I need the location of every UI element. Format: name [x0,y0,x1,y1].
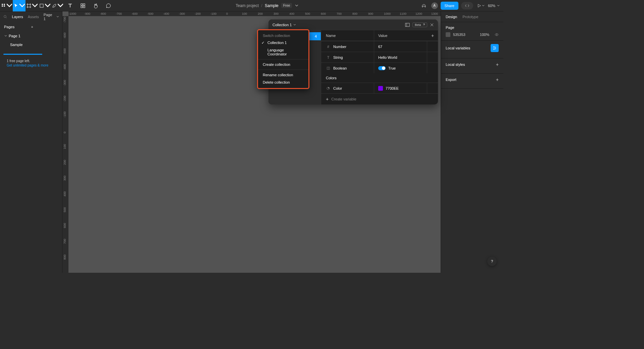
variable-row-number[interactable]: # Number 67 [321,41,438,52]
tab-layers[interactable]: Layers [12,15,23,19]
svg-rect-8 [83,6,85,8]
comment-tool-button[interactable] [102,0,115,11]
svg-rect-4 [40,4,43,7]
local-variables-section: Local variables [441,41,503,58]
hand-icon [93,3,98,8]
text-icon [67,3,73,8]
main-menu-button[interactable] [0,0,13,11]
frame-tool-button[interactable] [26,0,38,11]
dev-mode-toggle[interactable] [461,2,473,9]
top-toolbar: Team project / Sample Free A Share 60% [0,0,503,11]
present-button[interactable] [476,1,485,10]
play-icon [477,3,482,8]
dropdown-item-create[interactable]: Create collection [258,61,308,68]
pages-header: Pages + [0,22,62,32]
help-button[interactable]: ? [487,257,497,266]
bg-color-value[interactable]: 535353 [453,33,465,37]
sidebar-toggle-icon[interactable] [405,23,410,27]
promo-link[interactable]: Get unlimited pages & more [7,63,55,67]
layer-row-page1[interactable]: Page 1 [0,32,62,40]
variable-value[interactable]: Hello World [378,55,397,59]
color-icon: ◔ [326,86,331,91]
shape-tool-button[interactable] [38,0,51,11]
page-section: Page 535353 100% [441,22,503,41]
zoom-value: 60% [488,4,495,8]
chevron-down-icon [58,3,63,8]
dropdown-section-label: Switch collection [258,32,308,39]
color-swatch[interactable] [378,86,383,91]
create-variable-button[interactable]: + Create variable [321,93,438,104]
eye-icon[interactable] [495,33,499,37]
tab-assets[interactable]: Assets [28,15,39,19]
search-icon[interactable] [3,15,7,19]
variable-row-boolean[interactable]: ◫ Boolean True [321,62,438,73]
horizontal-ruler: -1000-900-800-700-600-500-400-300-200-10… [68,11,441,16]
zoom-control[interactable]: 60% [488,4,499,8]
boolean-toggle[interactable] [378,66,386,70]
plus-icon: + [326,96,329,102]
dropdown-item-delete[interactable]: Delete collection [258,79,308,86]
local-variables-title: Local variables [446,46,470,50]
help-icon: ? [491,259,493,263]
tab-prototype[interactable]: Prototype [462,15,478,19]
variable-name: String [333,55,343,59]
page-dropdown[interactable]: Page 1 [44,13,59,21]
cursor-icon [13,3,19,8]
variable-value: True [388,66,396,70]
variable-value[interactable]: 67 [378,45,382,49]
bg-opacity-value[interactable]: 100% [480,33,489,37]
variable-name: Boolean [333,66,347,70]
right-panel-tabs: Design Prototype [441,11,503,22]
pages-title: Pages [4,25,31,29]
chevron-down-icon [4,35,7,37]
boolean-icon: ◫ [326,66,331,71]
svg-point-13 [493,49,494,50]
table-header: Name Value + [321,30,438,41]
tab-design[interactable]: Design [446,15,457,19]
close-icon[interactable] [430,23,434,27]
open-variables-button[interactable] [491,44,499,52]
svg-rect-0 [2,4,3,5]
chevron-down-icon [497,5,499,7]
upgrade-promo: 1 free page left. Get unlimited pages & … [3,54,59,71]
layer-row-sample[interactable]: Sample [0,40,62,49]
bg-color-swatch[interactable] [446,32,450,37]
figma-logo-icon [1,3,6,8]
settings-icon [493,46,497,50]
svg-point-9 [4,15,6,18]
page-dropdown-label: Page 1 [44,13,55,21]
svg-point-10 [496,34,497,35]
user-avatar[interactable]: A [431,2,438,9]
variable-row-string[interactable]: T String Hello World [321,52,438,62]
dropdown-item-rename[interactable]: Rename collection [258,71,308,79]
audio-button[interactable] [419,1,429,10]
hand-tool-button[interactable] [89,0,102,11]
add-style-button[interactable]: + [496,62,499,67]
add-mode-button[interactable]: + [431,33,434,38]
variable-row-color[interactable]: ◔ Color 7700EE [321,83,438,93]
add-export-button[interactable]: + [496,77,499,82]
dropdown-item-language-coordinator[interactable]: Language Coordinator [258,46,308,58]
text-tool-button[interactable] [64,0,77,11]
breadcrumb[interactable]: Team project / Sample [236,3,278,8]
file-name: Sample [265,3,279,8]
local-styles-title: Local styles [446,62,465,67]
dropdown-item-collection1[interactable]: Collection 1 [258,39,308,46]
promo-text: 1 free page left. [7,59,55,63]
collection-dropdown[interactable]: Collection 1 [273,23,296,27]
svg-rect-5 [81,4,83,5]
move-tool-button[interactable] [13,0,26,11]
share-button[interactable]: Share [441,2,458,10]
toolbar-center: Team project / Sample Free [115,3,419,8]
add-page-button[interactable]: + [31,25,58,29]
pen-tool-button[interactable] [51,0,64,11]
pen-icon [52,3,57,8]
variable-value[interactable]: 7700EE [386,86,399,90]
dropdown-separator [258,70,308,70]
svg-rect-6 [83,4,85,5]
chevron-down-icon [32,3,38,8]
resources-button[interactable] [77,0,89,11]
layer-name: Page 1 [9,34,20,38]
code-icon [465,3,469,8]
chevron-down-icon[interactable] [295,4,298,7]
